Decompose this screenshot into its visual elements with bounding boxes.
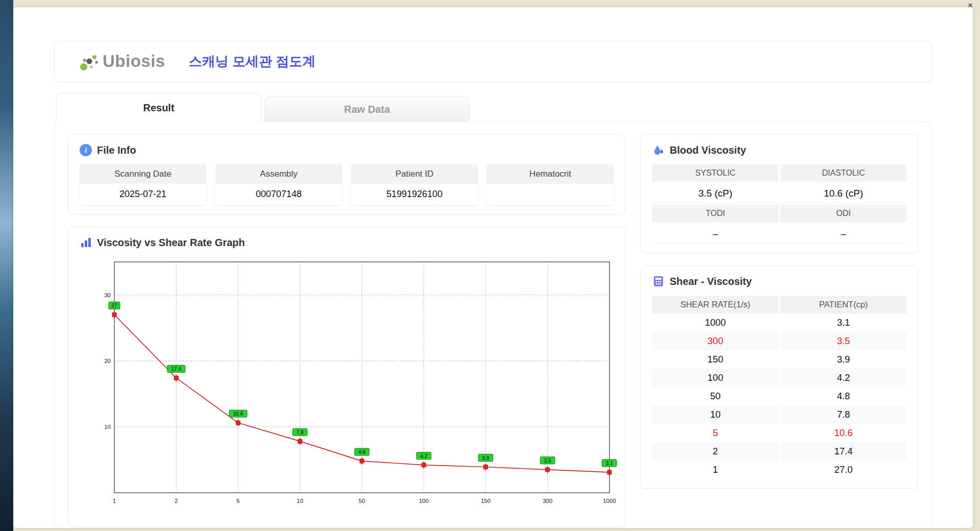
svg-text:10: 10 (104, 424, 111, 430)
table-cell-patient: 3.5 (780, 332, 906, 350)
svg-text:3.1: 3.1 (606, 461, 613, 466)
svg-text:27: 27 (111, 303, 117, 308)
shear-viscosity-title: Shear - Viscosity (670, 276, 752, 287)
systolic-value: 3.5 (cP) (652, 183, 778, 203)
file-info-title: File Info (97, 144, 136, 156)
table-cell-rate: 100 (652, 369, 778, 387)
table-cell-rate: 2 (652, 442, 778, 461)
table-cell-patient: 3.1 (780, 313, 906, 332)
app-title: 스캐닝 모세관 점도계 (189, 53, 315, 70)
blood-viscosity-title: Blood Viscosity (670, 144, 746, 156)
table-cell-patient: 4.2 (780, 369, 906, 387)
svg-text:2: 2 (175, 498, 178, 504)
file-info-fields: Scanning Date 2025-07-21 Assembly 000707… (80, 164, 614, 205)
droplet-icon (652, 144, 665, 156)
table-cell-rate: 150 (652, 350, 778, 369)
svg-text:10: 10 (297, 498, 303, 504)
svg-text:30: 30 (104, 292, 111, 298)
table-cell-patient: 3.9 (780, 350, 906, 369)
table-cell-patient: 27.0 (780, 461, 906, 479)
table-cell-rate: 5 (652, 424, 778, 442)
ubiosis-logo: Ubiosis (77, 50, 165, 73)
shear-viscosity-table: SHEAR RATE(1/s) PATIENT(cp) 1000 3.1 300… (652, 296, 906, 479)
table-cell-rate: 10 (652, 405, 778, 424)
shear-viscosity-panel: Shear - Viscosity SHEAR RATE(1/s) PATIEN… (641, 266, 918, 489)
field-patient-id: Patient ID 51991926100 (351, 164, 478, 205)
tab-raw-data[interactable]: Raw Data (264, 96, 470, 122)
brand-name: Ubiosis (103, 52, 165, 71)
svg-text:3.5: 3.5 (544, 458, 551, 464)
tab-bar: Result Raw Data (54, 93, 932, 122)
bar-chart-icon (80, 236, 92, 249)
blood-viscosity-panel: Blood Viscosity SYSTOLIC DIASTOLIC 3.5 (… (641, 134, 918, 253)
field-label: Hematocrit (487, 164, 614, 184)
table-cell-patient: 10.6 (780, 424, 906, 442)
result-panel: i File Info Scanning Date 2025-07-21 Ass… (54, 122, 932, 528)
field-label: Assembly (215, 164, 342, 184)
table-cell-patient: 4.8 (780, 387, 906, 405)
field-hematocrit: Hematocrit (487, 164, 614, 205)
graph-title: Viscosity vs Shear Rate Graph (97, 237, 245, 249)
viscosity-graph-panel: Viscosity vs Shear Rate Graph 1020302711… (68, 227, 625, 527)
patient-column-header: PATIENT(cp) (780, 296, 906, 313)
svg-text:10.6: 10.6 (233, 411, 243, 417)
svg-text:100: 100 (419, 498, 429, 504)
svg-text:50: 50 (359, 498, 365, 504)
todi-value: – (652, 224, 778, 244)
app-window: Ubiosis 스캐닝 모세관 점도계 Result Raw Data i Fi… (13, 7, 973, 528)
svg-text:4.8: 4.8 (358, 449, 365, 455)
svg-text:150: 150 (481, 498, 491, 504)
table-cell-rate: 1 (652, 461, 778, 479)
odi-value: – (780, 224, 906, 244)
file-info-panel: i File Info Scanning Date 2025-07-21 Ass… (68, 134, 625, 214)
calculator-icon (652, 275, 665, 287)
svg-text:1000: 1000 (603, 498, 616, 504)
systolic-header: SYSTOLIC (652, 164, 778, 182)
odi-header: ODI (780, 205, 906, 222)
svg-text:5: 5 (236, 498, 239, 504)
desktop-wallpaper-strip (0, 0, 13, 531)
table-cell-rate: 1000 (652, 313, 778, 332)
svg-text:4.2: 4.2 (420, 453, 427, 459)
field-scanning-date: Scanning Date 2025-07-21 (80, 164, 206, 205)
field-value (487, 184, 614, 204)
diastolic-header: DIASTOLIC (780, 164, 906, 182)
todi-header: TODI (652, 205, 778, 222)
svg-text:7.8: 7.8 (297, 429, 304, 435)
field-value: 51991926100 (351, 184, 478, 205)
close-icon[interactable]: × (968, 1, 973, 10)
field-label: Scanning Date (80, 164, 206, 184)
tab-result[interactable]: Result (56, 93, 261, 122)
blood-viscosity-table: SYSTOLIC DIASTOLIC 3.5 (cP) 10.6 (cP) TO… (652, 164, 906, 244)
viscosity-chart: 10203027117.4210.657.8104.8504.21003.915… (80, 257, 614, 517)
table-cell-patient: 7.8 (780, 405, 906, 424)
field-label: Patient ID (351, 164, 478, 184)
table-cell-patient: 17.4 (780, 442, 906, 461)
app-header: Ubiosis 스캐닝 모세관 점도계 (54, 41, 932, 82)
info-icon: i (80, 144, 92, 156)
svg-text:300: 300 (543, 498, 552, 504)
diastolic-value: 10.6 (cP) (780, 183, 906, 203)
shear-rate-column-header: SHEAR RATE(1/s) (652, 296, 778, 313)
svg-text:20: 20 (104, 358, 111, 364)
logo-dots-icon (77, 50, 100, 73)
table-cell-rate: 50 (652, 387, 778, 405)
svg-text:1: 1 (113, 498, 116, 504)
field-value: 000707148 (215, 184, 342, 205)
svg-text:17.4: 17.4 (172, 366, 182, 372)
field-assembly: Assembly 000707148 (215, 164, 342, 205)
field-value: 2025-07-21 (80, 184, 206, 205)
table-cell-rate: 300 (652, 332, 778, 350)
svg-text:3.9: 3.9 (482, 455, 489, 461)
